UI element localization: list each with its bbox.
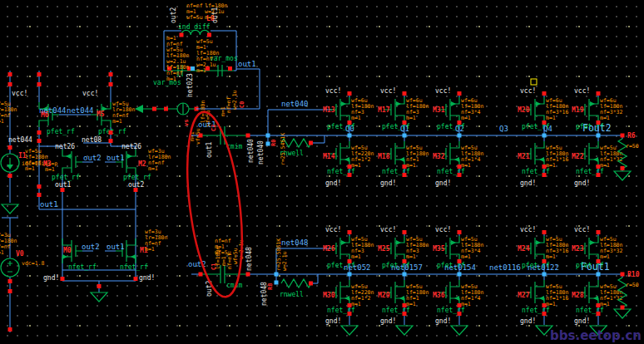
probe-wire[interactable] [143, 103, 196, 115]
pin[interactable] [458, 303, 462, 307]
pin[interactable] [228, 66, 232, 71]
instance-name[interactable]: M36 [433, 292, 445, 299]
net-label[interactable]: net26 [55, 143, 75, 150]
instance-name[interactable]: M24 [518, 245, 530, 253]
pin[interactable] [542, 312, 547, 316]
pin[interactable] [37, 130, 42, 135]
pin[interactable] [403, 91, 407, 96]
pin[interactable] [458, 312, 462, 316]
junction[interactable] [275, 281, 279, 285]
instance-name[interactable]: C0 [239, 101, 245, 108]
junction[interactable] [597, 273, 601, 277]
buffer-stage[interactable]: vcc! M23 pfet_rf wf=5u lf=180n nf=3*32 m… [572, 226, 622, 335]
net-label[interactable]: net0116 [489, 263, 521, 272]
pin[interactable] [403, 165, 407, 169]
instance-name[interactable]: M19 [572, 106, 584, 114]
resistor-symbol[interactable] [281, 279, 311, 287]
pin[interactable] [542, 165, 547, 169]
buffer-stage[interactable]: vcc! M20 pfet_rf wf=6u lf=180n nf=3*16 m… [518, 87, 568, 187]
instance-name[interactable]: M30 [323, 292, 335, 299]
net-label[interactable]: out1 [206, 142, 213, 158]
schematic-canvas[interactable]: I1 idc=Ibias=p m=1 V0 vdc=1.8 vcc! vcc! … [0, 0, 644, 344]
instance-name[interactable]: M25 [378, 245, 390, 253]
pin[interactable] [621, 166, 625, 170]
pin[interactable] [61, 277, 65, 281]
pin[interactable] [542, 91, 547, 96]
buffer-stage[interactable]: vcc! M17 pfet_rf wf=6u lf=180n nf=3 m=1 … [378, 87, 429, 187]
pin[interactable] [542, 259, 547, 263]
instance-name[interactable]: M22 [572, 153, 584, 160]
net-label[interactable]: net044 [8, 136, 32, 144]
pin[interactable] [458, 259, 462, 263]
instance-name[interactable]: V0 [16, 250, 24, 258]
instance-name[interactable]: R8 [267, 283, 274, 290]
pin[interactable] [37, 72, 42, 76]
instance-name[interactable]: M31 [433, 106, 445, 114]
instance-name[interactable]: M13 [323, 106, 335, 114]
pin[interactable] [542, 120, 547, 125]
junction[interactable] [403, 134, 407, 138]
instance-name[interactable]: M32 [433, 153, 445, 160]
junction[interactable] [597, 134, 601, 138]
net-label[interactable]: net040 [247, 139, 255, 163]
junction[interactable] [458, 134, 462, 138]
net-label[interactable]: net08 [82, 136, 102, 144]
instance-name[interactable]: M29 [378, 292, 390, 299]
pin[interactable] [309, 282, 313, 286]
pin[interactable] [403, 230, 407, 234]
pin[interactable] [109, 72, 113, 76]
net-label[interactable]: net26 [121, 143, 141, 150]
junction[interactable] [458, 273, 462, 277]
instance-name[interactable]: R10 [627, 271, 640, 278]
instance-name[interactable]: M26 [323, 245, 335, 253]
pin[interactable] [37, 139, 42, 143]
pin[interactable] [542, 173, 547, 177]
instance-name[interactable]: C2 [211, 125, 217, 131]
wire-r0-net[interactable] [268, 110, 332, 144]
net-label[interactable]: out1 [238, 60, 256, 68]
pin[interactable] [348, 165, 352, 169]
net-label[interactable]: net044 [67, 106, 94, 115]
net-label[interactable]: net040 [281, 100, 309, 108]
junction[interactable] [266, 142, 270, 146]
pin[interactable] [403, 120, 407, 125]
pin[interactable] [348, 259, 352, 263]
instance-name[interactable]: M14 [323, 153, 335, 160]
pin[interactable] [597, 91, 601, 96]
pin[interactable] [621, 273, 625, 277]
pin[interactable] [134, 188, 138, 192]
pin[interactable] [246, 273, 250, 277]
instance-name[interactable]: M23 [572, 245, 584, 253]
net-label[interactable]: out2 [83, 154, 102, 162]
pin[interactable] [109, 82, 113, 86]
instance-name[interactable]: M5 [97, 111, 105, 118]
pin[interactable] [458, 230, 462, 234]
schematic-svg[interactable]: I1 idc=Ibias=p m=1 V0 vdc=1.8 vcc! vcc! … [0, 0, 644, 344]
pin[interactable] [8, 72, 12, 76]
instance-name[interactable]: M18 [378, 153, 390, 160]
buffer-stage[interactable]: vcc! M31 pfet_rf wf=6u lf=180n nf=3*4 m=… [433, 87, 483, 187]
net-label[interactable]: out1 [107, 154, 125, 162]
junction[interactable] [542, 134, 547, 138]
pin[interactable] [199, 134, 203, 138]
pin[interactable] [403, 303, 407, 307]
pin[interactable] [621, 134, 625, 138]
instance-name[interactable]: M28 [572, 292, 584, 299]
instance-name[interactable]: M2 [138, 160, 146, 168]
net-label[interactable]: Q3 [499, 125, 508, 133]
pin[interactable] [597, 173, 601, 177]
pin[interactable] [403, 259, 407, 263]
pin[interactable] [109, 130, 113, 135]
pin[interactable] [97, 284, 102, 288]
pin[interactable] [309, 141, 313, 145]
instance-name[interactable]: R6 [627, 132, 636, 140]
instance-name[interactable]: M21 [518, 153, 530, 160]
net-label[interactable]: net048 [260, 282, 268, 306]
pin[interactable] [152, 107, 156, 111]
net-label[interactable]: vs [183, 120, 190, 126]
pin[interactable] [134, 277, 138, 281]
pin[interactable] [403, 173, 407, 177]
pin[interactable] [597, 230, 601, 234]
pin[interactable] [348, 91, 352, 96]
pin[interactable] [199, 273, 203, 277]
